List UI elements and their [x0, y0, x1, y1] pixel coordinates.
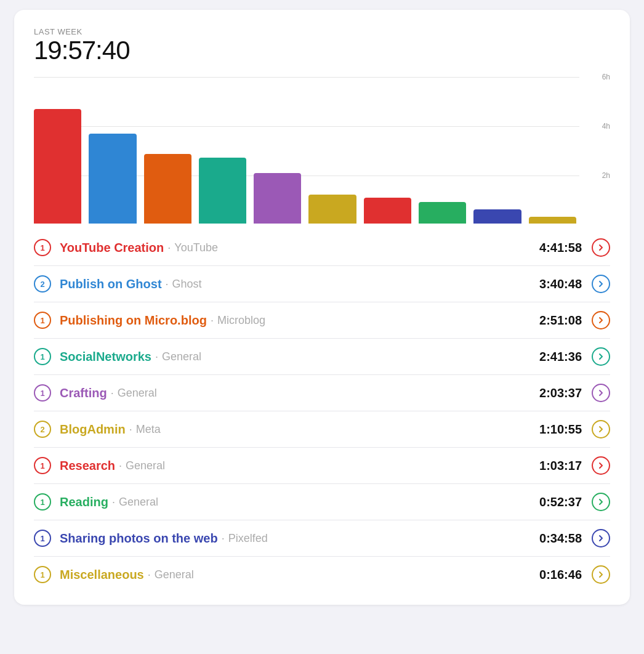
chart-bar: [473, 209, 521, 224]
item-category: YouTube: [174, 241, 218, 254]
rank-badge: 1: [34, 384, 51, 402]
chart-bar: [364, 198, 411, 224]
separator-dot: ·: [119, 459, 122, 472]
chevron-button[interactable]: [592, 456, 610, 475]
item-name: YouTube Creation: [60, 241, 164, 255]
separator-dot: ·: [222, 532, 225, 545]
separator-dot: ·: [112, 496, 115, 509]
chevron-button[interactable]: [592, 420, 610, 438]
grid-label: 6h: [602, 73, 610, 81]
item-name: Reading: [60, 495, 108, 509]
list-item[interactable]: 2Publish on Ghost·Ghost3:40:48: [34, 266, 610, 302]
item-category: General: [119, 496, 158, 509]
item-time: 0:34:58: [539, 531, 582, 546]
list-item[interactable]: 1Crafting·General2:03:37: [34, 375, 610, 411]
chevron-button[interactable]: [592, 275, 610, 293]
item-name: Sharing photos on the web: [60, 531, 218, 546]
separator-dot: ·: [129, 423, 132, 436]
item-category: Pixelfed: [228, 532, 268, 545]
rank-badge: 1: [34, 530, 51, 547]
item-category: General: [162, 350, 201, 363]
rank-badge: 1: [34, 348, 51, 365]
chevron-button[interactable]: [592, 347, 610, 366]
item-time: 2:41:36: [539, 350, 582, 364]
chart-bar: [34, 109, 81, 224]
separator-dot: ·: [211, 314, 214, 327]
separator-dot: ·: [148, 568, 151, 581]
item-name: Miscellaneous: [60, 568, 144, 582]
item-time: 2:03:37: [539, 386, 582, 400]
item-time: 3:40:48: [539, 277, 582, 291]
chevron-button[interactable]: [592, 238, 610, 257]
item-time: 0:52:37: [539, 495, 582, 509]
item-category: Microblog: [217, 314, 265, 327]
item-time: 4:41:58: [539, 241, 582, 255]
rank-badge: 1: [34, 457, 51, 474]
grid-label: 4h: [602, 122, 610, 131]
item-time: 1:10:55: [539, 422, 582, 437]
chart-bar: [308, 195, 356, 224]
chart-area: 6h4h2h: [34, 77, 610, 225]
list-item[interactable]: 2BlogAdmin·Meta1:10:55: [34, 411, 610, 448]
separator-dot: ·: [166, 278, 169, 291]
item-time: 2:51:08: [539, 313, 582, 328]
separator-dot: ·: [155, 350, 158, 363]
rank-badge: 1: [34, 493, 51, 511]
chevron-button[interactable]: [592, 565, 610, 584]
list-item[interactable]: 1Miscellaneous·General0:16:46: [34, 557, 610, 592]
rank-badge: 1: [34, 239, 51, 256]
chart-bar: [144, 154, 191, 224]
item-name: SocialNetworks: [60, 350, 151, 364]
chevron-button[interactable]: [592, 384, 610, 402]
chart-bar: [89, 134, 136, 224]
bars-container: [34, 77, 576, 225]
separator-dot: ·: [167, 241, 171, 254]
rank-badge: 1: [34, 566, 51, 583]
chart-bar: [419, 202, 466, 224]
item-category: Ghost: [172, 278, 202, 291]
total-time: 19:57:40: [34, 36, 610, 65]
item-category: General: [118, 387, 157, 400]
list-item[interactable]: 1Publishing on Micro.blog·Microblog2:51:…: [34, 302, 610, 339]
chart-bar: [199, 158, 246, 224]
item-name: BlogAdmin: [60, 422, 126, 437]
rank-badge: 1: [34, 312, 51, 329]
separator-dot: ·: [111, 387, 114, 400]
list-item[interactable]: 1SocialNetworks·General2:41:36: [34, 339, 610, 375]
chevron-button[interactable]: [592, 311, 610, 329]
items-list: 1YouTube Creation·YouTube4:41:582Publish…: [34, 230, 610, 592]
item-name: Publishing on Micro.blog: [60, 313, 207, 328]
item-category: Meta: [136, 423, 161, 436]
chevron-button[interactable]: [592, 493, 610, 511]
item-time: 1:03:17: [539, 459, 582, 473]
item-category: General: [126, 459, 165, 472]
item-name: Crafting: [60, 386, 107, 400]
chart-bar: [529, 217, 576, 224]
rank-badge: 2: [34, 275, 51, 293]
chart-bar: [254, 173, 301, 224]
grid-label: 2h: [602, 171, 610, 180]
list-item[interactable]: 1Reading·General0:52:37: [34, 484, 610, 520]
item-time: 0:16:46: [539, 568, 582, 582]
header: LAST WEEK 19:57:40: [34, 27, 610, 65]
rank-badge: 2: [34, 421, 51, 438]
chevron-button[interactable]: [592, 529, 610, 547]
item-name: Publish on Ghost: [60, 277, 162, 291]
list-item[interactable]: 1Research·General1:03:17: [34, 448, 610, 484]
list-item[interactable]: 1YouTube Creation·YouTube4:41:58: [34, 230, 610, 266]
main-card: LAST WEEK 19:57:40 6h4h2h 1YouTube Creat…: [14, 10, 630, 605]
list-item[interactable]: 1Sharing photos on the web·Pixelfed0:34:…: [34, 520, 610, 557]
item-category: General: [155, 568, 194, 581]
period-label: LAST WEEK: [34, 27, 610, 36]
item-name: Research: [60, 459, 115, 473]
